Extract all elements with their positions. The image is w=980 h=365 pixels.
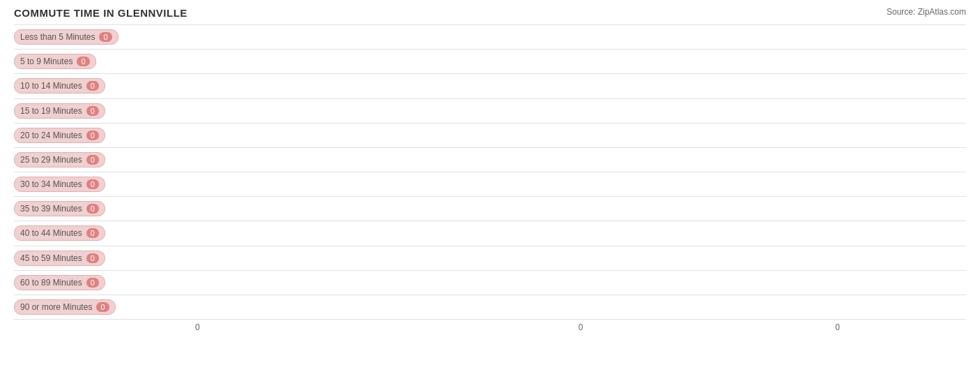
bar-label-area: 15 to 19 Minutes 0 xyxy=(14,103,195,119)
chart-title: COMMUTE TIME IN GLENNVILLE xyxy=(14,7,187,19)
bar-label-area: 20 to 24 Minutes 0 xyxy=(14,128,195,143)
bar-row: 20 to 24 Minutes 0 xyxy=(14,124,966,148)
bar-label-text: 60 to 89 Minutes xyxy=(20,278,82,288)
bar-label-text: Less than 5 Minutes xyxy=(20,32,95,42)
bar-label: 25 to 29 Minutes 0 xyxy=(14,152,105,167)
bars-wrapper: Less than 5 Minutes 0 5 to 9 Minutes 0 1 xyxy=(14,24,966,320)
bar-value-badge: 0 xyxy=(86,204,99,214)
bar-track xyxy=(195,246,966,270)
chart-source: Source: ZipAtlas.com xyxy=(887,7,966,17)
bar-value-badge: 0 xyxy=(77,57,89,66)
bar-row: 60 to 89 Minutes 0 xyxy=(14,271,966,295)
bar-label-area: 45 to 59 Minutes 0 xyxy=(14,251,195,266)
bar-label-area: 90 or more Minutes 0 xyxy=(14,299,195,315)
bar-label-area: 5 to 9 Minutes 0 xyxy=(14,54,195,69)
bar-row: 90 or more Minutes 0 xyxy=(14,295,966,320)
bar-label-text: 10 to 14 Minutes xyxy=(20,81,82,91)
bar-row: 15 to 19 Minutes 0 xyxy=(14,99,966,124)
bar-row: 35 to 39 Minutes 0 xyxy=(14,197,966,221)
bar-label-area: 25 to 29 Minutes 0 xyxy=(14,152,195,167)
bar-label: 5 to 9 Minutes 0 xyxy=(14,54,96,69)
bar-row: Less than 5 Minutes 0 xyxy=(14,24,966,50)
bar-label: 90 or more Minutes 0 xyxy=(14,299,116,315)
bar-row: 10 to 14 Minutes 0 xyxy=(14,74,966,98)
bar-label-area: 40 to 44 Minutes 0 xyxy=(14,225,195,241)
bar-label-text: 90 or more Minutes xyxy=(20,302,92,312)
bar-label-text: 5 to 9 Minutes xyxy=(20,57,72,66)
bar-track xyxy=(195,99,966,123)
bar-label: 35 to 39 Minutes 0 xyxy=(14,201,105,216)
bar-label: 45 to 59 Minutes 0 xyxy=(14,251,105,266)
chart-header: COMMUTE TIME IN GLENNVILLE Source: ZipAt… xyxy=(14,7,966,19)
bar-row: 25 to 29 Minutes 0 xyxy=(14,148,966,172)
bar-row: 40 to 44 Minutes 0 xyxy=(14,221,966,246)
bar-track xyxy=(195,50,966,73)
bar-label: Less than 5 Minutes 0 xyxy=(14,29,118,45)
bar-row: 45 to 59 Minutes 0 xyxy=(14,246,966,271)
bar-value-badge: 0 xyxy=(99,32,112,42)
bar-value-badge: 0 xyxy=(86,179,99,189)
bar-label-area: 60 to 89 Minutes 0 xyxy=(14,275,195,290)
x-axis-label: 0 xyxy=(195,322,452,332)
bar-track xyxy=(195,221,966,245)
bar-label-area: 35 to 39 Minutes 0 xyxy=(14,201,195,216)
bar-value-badge: 0 xyxy=(86,278,99,288)
bar-label-text: 45 to 59 Minutes xyxy=(20,253,82,263)
bar-label-area: Less than 5 Minutes 0 xyxy=(14,29,195,45)
bar-label: 60 to 89 Minutes 0 xyxy=(14,275,105,290)
bar-label-area: 10 to 14 Minutes 0 xyxy=(14,78,195,94)
bar-value-badge: 0 xyxy=(86,106,99,116)
x-axis-label: 0 xyxy=(709,322,966,332)
bar-label: 10 to 14 Minutes 0 xyxy=(14,78,105,94)
bar-value-badge: 0 xyxy=(86,131,99,140)
bar-value-badge: 0 xyxy=(96,302,109,312)
bar-track xyxy=(195,172,966,196)
bar-label: 30 to 34 Minutes 0 xyxy=(14,177,105,192)
bar-label-text: 40 to 44 Minutes xyxy=(20,228,82,238)
chart-area: Less than 5 Minutes 0 5 to 9 Minutes 0 1 xyxy=(14,24,966,320)
bar-track xyxy=(195,124,966,147)
bar-label-text: 20 to 24 Minutes xyxy=(20,131,82,140)
x-axis: 000 xyxy=(195,322,966,332)
bar-row: 30 to 34 Minutes 0 xyxy=(14,172,966,197)
bar-label: 20 to 24 Minutes 0 xyxy=(14,128,105,143)
bar-label-text: 25 to 29 Minutes xyxy=(20,155,82,165)
bar-track xyxy=(195,271,966,295)
bar-track xyxy=(195,197,966,221)
x-axis-label: 0 xyxy=(452,322,710,332)
bar-label-area: 30 to 34 Minutes 0 xyxy=(14,177,195,192)
bar-track xyxy=(195,74,966,98)
chart-container: COMMUTE TIME IN GLENNVILLE Source: ZipAt… xyxy=(0,0,980,365)
bar-track xyxy=(195,25,966,49)
bar-track xyxy=(195,148,966,172)
bar-value-badge: 0 xyxy=(86,81,99,91)
bar-track xyxy=(195,295,966,319)
bar-label-text: 30 to 34 Minutes xyxy=(20,179,82,189)
bar-row: 5 to 9 Minutes 0 xyxy=(14,50,966,74)
bar-value-badge: 0 xyxy=(86,228,99,238)
bar-value-badge: 0 xyxy=(86,253,99,263)
bar-value-badge: 0 xyxy=(86,155,99,165)
bar-label: 15 to 19 Minutes 0 xyxy=(14,103,105,119)
bar-label: 40 to 44 Minutes 0 xyxy=(14,225,105,241)
bar-label-text: 35 to 39 Minutes xyxy=(20,204,82,214)
bar-label-text: 15 to 19 Minutes xyxy=(20,106,82,116)
